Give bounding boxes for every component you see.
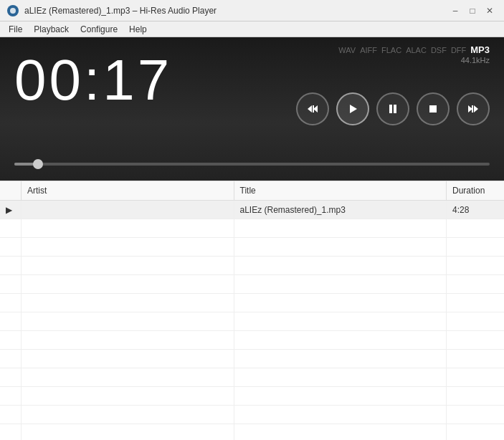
title-bar: aLIEz (Remastered)_1.mp3 – Hi-Res Audio …	[0, 0, 504, 21]
title-cell	[234, 312, 447, 330]
duration-cell	[447, 238, 504, 256]
progress-container[interactable]	[14, 162, 490, 166]
play-indicator	[0, 312, 22, 330]
artist-cell	[22, 387, 234, 405]
table-row[interactable]	[0, 331, 504, 350]
duration-cell	[447, 275, 504, 293]
duration-cell	[447, 406, 504, 424]
svg-marker-1	[308, 105, 312, 113]
play-indicator	[0, 238, 22, 256]
duration-cell: 4:28	[447, 201, 504, 219]
duration-cell	[447, 219, 504, 237]
maximize-button[interactable]: □	[465, 4, 480, 18]
table-row[interactable]	[0, 294, 504, 312]
table-row[interactable]	[0, 238, 504, 257]
format-dff: DFF	[451, 46, 466, 54]
table-row[interactable]	[0, 368, 504, 387]
format-alac: ALAC	[406, 46, 427, 54]
player-area: WAV AIFF FLAC ALAC DSF DFF MP3 44.1kHz 0…	[0, 37, 504, 181]
header-artist: Artist	[22, 181, 234, 200]
next-button[interactable]	[457, 92, 490, 125]
artist-cell	[22, 201, 234, 219]
artist-cell	[22, 219, 234, 237]
duration-cell	[447, 350, 504, 368]
table-row[interactable]	[0, 257, 504, 275]
table-row[interactable]	[0, 350, 504, 368]
menu-configure[interactable]: Configure	[75, 23, 123, 36]
format-badges: WAV AIFF FLAC ALAC DSF DFF MP3	[338, 44, 490, 55]
duration-cell	[447, 368, 504, 386]
format-aiff: AIFF	[360, 46, 377, 54]
format-flac: FLAC	[381, 46, 401, 54]
app-icon	[7, 5, 19, 16]
stop-button[interactable]	[417, 92, 450, 125]
title-cell	[234, 257, 447, 274]
duration-cell	[447, 424, 504, 440]
svg-point-0	[10, 8, 16, 14]
play-indicator	[0, 275, 22, 293]
title-cell	[234, 387, 447, 405]
svg-marker-10	[474, 105, 478, 113]
play-button[interactable]	[336, 92, 369, 125]
duration-cell	[447, 331, 504, 349]
title-cell	[234, 350, 447, 368]
table-row[interactable]	[0, 406, 504, 424]
artist-cell	[22, 238, 234, 256]
window-controls: – □ ✕	[448, 4, 497, 18]
title-cell	[234, 294, 447, 312]
table-row[interactable]	[0, 312, 504, 331]
title-cell	[234, 406, 447, 424]
table-row[interactable]	[0, 424, 504, 440]
menu-help[interactable]: Help	[123, 23, 153, 36]
duration-cell	[447, 294, 504, 312]
title-cell	[234, 368, 447, 386]
duration-cell	[447, 257, 504, 274]
play-indicator	[0, 387, 22, 405]
prev-button[interactable]	[296, 92, 329, 125]
artist-cell	[22, 312, 234, 330]
svg-marker-4	[350, 105, 357, 113]
format-mp3: MP3	[470, 44, 490, 55]
header-duration: Duration	[447, 181, 504, 200]
format-wav: WAV	[338, 46, 356, 54]
table-row[interactable]	[0, 275, 504, 294]
artist-cell	[22, 275, 234, 293]
title-cell: aLIEz (Remastered)_1.mp3	[234, 201, 447, 219]
play-indicator	[0, 424, 22, 440]
play-indicator	[0, 350, 22, 368]
artist-cell	[22, 331, 234, 349]
sample-rate: 44.1kHz	[461, 56, 490, 64]
play-indicator	[0, 257, 22, 274]
table-row[interactable]: ▶aLIEz (Remastered)_1.mp34:28	[0, 201, 504, 219]
title-cell	[234, 424, 447, 440]
artist-cell	[22, 257, 234, 274]
play-indicator	[0, 406, 22, 424]
title-cell	[234, 238, 447, 256]
menu-file[interactable]: File	[3, 23, 28, 36]
progress-thumb[interactable]	[33, 159, 43, 169]
pause-button[interactable]	[376, 92, 409, 125]
duration-cell	[447, 387, 504, 405]
svg-rect-5	[389, 105, 392, 113]
artist-cell	[22, 424, 234, 440]
time-display: 00:17	[14, 52, 172, 109]
progress-track[interactable]	[14, 163, 490, 166]
title-bar-left: aLIEz (Remastered)_1.mp3 – Hi-Res Audio …	[7, 5, 217, 16]
playlist-rows: ▶aLIEz (Remastered)_1.mp34:28	[0, 201, 504, 440]
window-title: aLIEz (Remastered)_1.mp3 – Hi-Res Audio …	[24, 6, 217, 16]
svg-rect-7	[429, 105, 437, 113]
menu-playback[interactable]: Playback	[28, 23, 75, 36]
close-button[interactable]: ✕	[482, 4, 497, 18]
menu-bar: File Playback Configure Help	[0, 21, 504, 37]
format-dsf: DSF	[431, 46, 447, 54]
artist-cell	[22, 350, 234, 368]
playlist-header: Artist Title Duration	[0, 181, 504, 201]
svg-rect-6	[394, 105, 396, 113]
play-indicator	[0, 294, 22, 312]
playlist-area: Artist Title Duration ▶aLIEz (Remastered…	[0, 181, 504, 440]
table-row[interactable]	[0, 219, 504, 238]
title-cell	[234, 331, 447, 349]
play-indicator: ▶	[0, 201, 22, 219]
table-row[interactable]	[0, 387, 504, 406]
minimize-button[interactable]: –	[448, 4, 462, 18]
